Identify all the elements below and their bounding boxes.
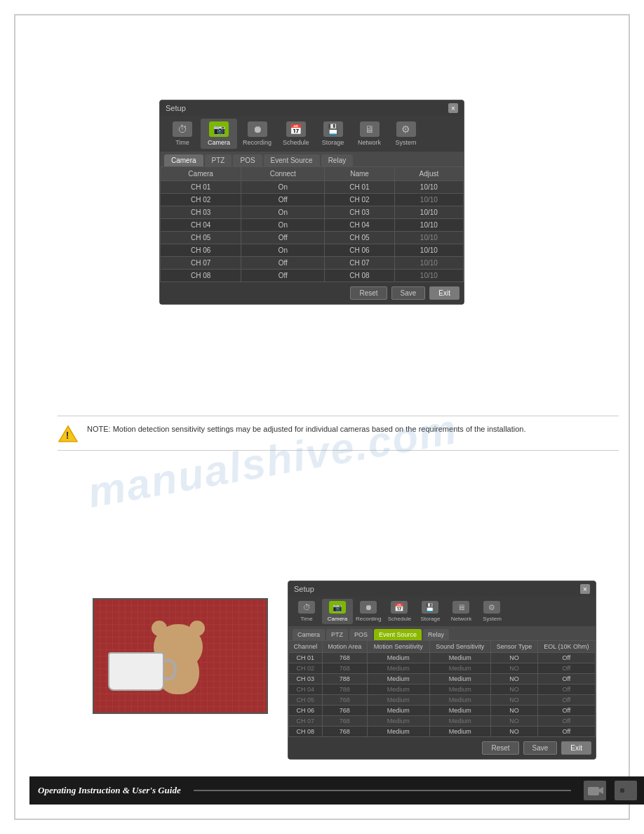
- save-button-bottom[interactable]: Save: [523, 741, 558, 755]
- cell-ms: Medium: [367, 716, 429, 727]
- cell-eol: Off: [537, 706, 595, 716]
- tab-eventsource-top[interactable]: Event Source: [264, 154, 320, 166]
- cell-ss: Medium: [429, 716, 491, 727]
- table-row[interactable]: CH 05 768 Medium Medium NO Off: [289, 695, 596, 706]
- save-button-top[interactable]: Save: [391, 286, 426, 300]
- cell-ma: 768: [322, 706, 367, 716]
- cell-adjust: 10/10: [394, 181, 463, 194]
- table-row[interactable]: CH 06 768 Medium Medium NO Off: [289, 706, 596, 716]
- cell-adjust: 10/10: [394, 232, 463, 244]
- close-button-top[interactable]: ×: [448, 103, 458, 113]
- nav-network-label-bottom: Network: [451, 616, 471, 622]
- svg-marker-3: [599, 787, 603, 794]
- cell-ss: Medium: [429, 653, 491, 663]
- system-icon-bottom: ⚙: [483, 601, 500, 614]
- cell-ma: 788: [322, 684, 367, 695]
- nav-system-top[interactable]: ⚙ System: [388, 119, 424, 149]
- cell-eol: Off: [537, 684, 595, 695]
- cell-camera: CH 05: [161, 232, 241, 244]
- nav-icons-top: ⏱ Time 📷 Camera ⏺ Recording 📅 Schedule 💾…: [160, 116, 464, 152]
- cell-connect: On: [241, 181, 325, 194]
- col-adjust: Adjust: [394, 167, 463, 181]
- cell-connect: Off: [241, 270, 325, 282]
- tab-pos-top[interactable]: POS: [233, 154, 262, 166]
- table-row[interactable]: CH 01 768 Medium Medium NO Off: [289, 653, 596, 663]
- cell-ma: 768: [322, 716, 367, 727]
- nav-system-bottom[interactable]: ⚙ System: [476, 599, 507, 624]
- tab-relay-bottom[interactable]: Relay: [423, 629, 449, 640]
- dialog-titlebar-top: Setup ×: [160, 100, 464, 116]
- tab-pos-bottom[interactable]: POS: [349, 629, 373, 640]
- table-row[interactable]: CH 07 768 Medium Medium NO Off: [289, 716, 596, 727]
- nav-time-top[interactable]: ⏱ Time: [164, 119, 201, 149]
- nav-recording-bottom[interactable]: ⏺ Recording: [353, 599, 384, 624]
- setup-dialog-top: Setup × ⏱ Time 📷 Camera ⏺ Recording 📅 Sc…: [159, 100, 464, 305]
- footer-bar: Operating Instruction & User's Guide: [29, 776, 644, 805]
- table-row[interactable]: CH 08 768 Medium Medium NO Off: [289, 727, 596, 737]
- time-icon-top: ⏱: [173, 121, 192, 137]
- cell-ss: Medium: [429, 727, 491, 737]
- table-row[interactable]: CH 04 788 Medium Medium NO Off: [289, 684, 596, 695]
- table-row[interactable]: CH 02 Off CH 02 10/10: [161, 194, 464, 206]
- nav-schedule-label-bottom: Schedule: [388, 616, 411, 622]
- reset-button-bottom[interactable]: Reset: [482, 741, 518, 755]
- footer-line: [194, 790, 571, 791]
- table-row[interactable]: CH 04 On CH 04 10/10: [161, 219, 464, 232]
- cell-st: NO: [491, 653, 538, 663]
- nav-schedule-bottom[interactable]: 📅 Schedule: [384, 599, 415, 624]
- cell-ma: 788: [322, 674, 367, 684]
- table-row[interactable]: CH 06 On CH 06 10/10: [161, 244, 464, 257]
- cell-adjust: 10/10: [394, 206, 463, 219]
- reset-button-top[interactable]: Reset: [350, 286, 387, 300]
- table-row[interactable]: CH 07 Off CH 07 10/10: [161, 257, 464, 270]
- cell-adjust: 10/10: [394, 244, 463, 257]
- tab-relay-top[interactable]: Relay: [321, 154, 354, 166]
- tab-ptz-top[interactable]: PTZ: [205, 154, 232, 166]
- mug-handle: [163, 659, 177, 680]
- cell-ss: Medium: [429, 663, 491, 674]
- cell-st: NO: [491, 727, 538, 737]
- tab-ptz-bottom[interactable]: PTZ: [326, 629, 348, 640]
- cell-eol: Off: [537, 653, 595, 663]
- nav-recording-top[interactable]: ⏺ Recording: [237, 119, 277, 149]
- cell-ch: CH 08: [289, 727, 323, 737]
- table-row[interactable]: CH 08 Off CH 08 10/10: [161, 270, 464, 282]
- cell-adjust: 10/10: [394, 219, 463, 232]
- table-row[interactable]: CH 02 768 Medium Medium NO Off: [289, 663, 596, 674]
- col-sound-sens: Sound Sensitivity: [429, 641, 491, 653]
- exit-button-bottom[interactable]: Exit: [561, 741, 591, 755]
- nav-network-bottom[interactable]: 🖥 Network: [445, 599, 476, 624]
- cell-ms: Medium: [367, 653, 429, 663]
- table-row[interactable]: CH 03 On CH 03 10/10: [161, 206, 464, 219]
- table-row[interactable]: CH 05 Off CH 05 10/10: [161, 232, 464, 244]
- cell-st: NO: [491, 663, 538, 674]
- nav-time-bottom[interactable]: ⏱ Time: [291, 599, 322, 624]
- nav-camera-top[interactable]: 📷 Camera: [201, 119, 237, 149]
- nav-network-top[interactable]: 🖥 Network: [351, 119, 388, 149]
- sub-tabs-top: Camera PTZ POS Event Source Relay: [160, 152, 464, 166]
- dialog-footer-bottom: Reset Save Exit: [288, 737, 596, 759]
- footer-icon-camera1: [584, 781, 606, 800]
- close-button-bottom[interactable]: ×: [580, 584, 590, 594]
- nav-storage-top[interactable]: 💾 Storage: [315, 119, 351, 149]
- exit-button-top[interactable]: Exit: [429, 286, 459, 300]
- table-row[interactable]: CH 01 On CH 01 10/10: [161, 181, 464, 194]
- tab-camera-bottom[interactable]: Camera: [293, 629, 325, 640]
- cell-connect: Off: [241, 194, 325, 206]
- nav-schedule-label-top: Schedule: [283, 139, 309, 146]
- nav-storage-bottom[interactable]: 💾 Storage: [415, 599, 445, 624]
- nav-camera-bottom[interactable]: 📷 Camera: [322, 599, 353, 624]
- table-row[interactable]: CH 03 788 Medium Medium NO Off: [289, 674, 596, 684]
- tab-eventsource-bottom[interactable]: Event Source: [374, 629, 422, 640]
- cell-name: CH 01: [325, 181, 394, 194]
- dialog-title-bottom: Setup: [294, 585, 314, 593]
- cell-eol: Off: [537, 663, 595, 674]
- warning-section: ! NOTE: Motion detection sensitivity set…: [58, 416, 619, 451]
- cell-adjust: 10/10: [394, 270, 463, 282]
- cell-connect: On: [241, 219, 325, 232]
- nav-schedule-top[interactable]: 📅 Schedule: [277, 119, 315, 149]
- cell-camera: CH 03: [161, 206, 241, 219]
- col-motion-area: Motion Area: [322, 641, 367, 653]
- cell-name: CH 05: [325, 232, 394, 244]
- tab-camera-top[interactable]: Camera: [164, 154, 203, 166]
